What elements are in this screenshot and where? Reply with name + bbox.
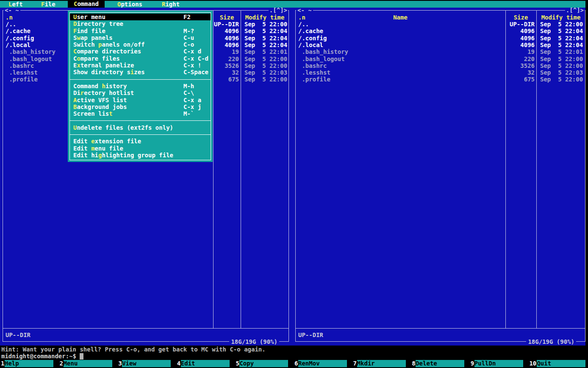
file-name: .profile — [298, 76, 330, 83]
menu-item[interactable]: Background jobsC-x j — [70, 103, 211, 110]
menu-item-text: xtension file — [95, 138, 141, 145]
file-size: 4096 — [488, 35, 535, 42]
fkey-5-button[interactable]: Copy — [239, 360, 288, 367]
column-header-size[interactable]: Size — [514, 14, 528, 21]
menu-item[interactable]: Switch panels on/offC-o — [70, 41, 211, 48]
menu-item-hotkey: h — [102, 83, 105, 89]
file-size: 675 — [488, 76, 535, 83]
menu-item-shortcut: M-` — [183, 110, 194, 117]
menu-item-file[interactable]: File — [41, 1, 55, 8]
fkey-6-number: 6 — [294, 360, 298, 367]
sort-indicator[interactable]: .n — [298, 14, 305, 21]
menu-item-hotkey: x — [77, 62, 80, 69]
file-name: /.cache — [6, 28, 31, 34]
menu-item-shortcut: F2 — [183, 14, 191, 20]
fkey-8-number: 8 — [412, 360, 415, 367]
file-size: UP--DIR — [488, 21, 535, 28]
menu-item-text: ser menu — [77, 14, 105, 20]
file-size: 32 — [488, 69, 535, 76]
panel-left-ministatus: UP--DIR — [6, 332, 31, 338]
menu-item[interactable]: Edit extension file — [70, 138, 211, 145]
panel-left-history-updir-buttons[interactable]: .[^]> — [269, 7, 288, 14]
menu-item-label: eft — [12, 1, 22, 8]
column-header-modify-time[interactable]: Modify time — [541, 14, 581, 21]
file-mtime: Sep 5 22:00 — [540, 62, 583, 69]
hint-line: Hint: Want your plain shell? Press C-o, … — [1, 346, 266, 353]
menu-item[interactable]: Swap panelsC-u — [70, 34, 211, 41]
menu-item[interactable]: External panelizeC-x ! — [70, 62, 211, 69]
menu-item-shortcut: C-x C-d — [183, 55, 208, 62]
menu-item-shortcut: C-Space — [183, 69, 208, 75]
panel-right-free-space: 18G/19G (90%) — [526, 338, 576, 345]
file-mtime: Sep 5 22:00 — [244, 76, 287, 83]
fkey-9-button[interactable]: PullDn — [474, 360, 523, 367]
menu-item[interactable]: Undelete files (ext2fs only) — [70, 124, 211, 131]
menu-item-shortcut: C-u — [183, 34, 194, 41]
panel-left-path-title[interactable]: <- ~ — [3, 7, 20, 14]
shell-prompt-line[interactable]: midnight@commander:~$ — [1, 353, 76, 360]
menu-item-text: ternal panelize — [80, 62, 134, 69]
menu-item-label: ommand — [77, 0, 99, 7]
fkey-2-button[interactable]: Menu — [64, 360, 112, 367]
fkey-9-number: 9 — [471, 360, 474, 367]
menu-item[interactable]: Compare directoriesC-x d — [70, 48, 211, 55]
fkey-1-number: 1 — [1, 360, 4, 367]
menu-item-left[interactable]: Left — [8, 1, 23, 8]
menu-item-label: ptions — [121, 1, 142, 8]
file-name: .bash_history — [6, 48, 55, 55]
file-size: 3526 — [488, 62, 535, 69]
fkey-7-button[interactable]: Mkdir — [357, 360, 406, 367]
menu-item-command[interactable]: Command — [68, 0, 105, 8]
menu-item-text: ectory hotlist — [84, 89, 134, 96]
menu-item[interactable]: Compare filesC-x C-d — [70, 55, 211, 62]
menu-item-right[interactable]: Right — [162, 1, 180, 8]
menu-bar: LeftFileCommandOptionsRight — [0, 1, 585, 8]
file-mtime: Sep 5 22:00 — [244, 56, 287, 62]
menu-item-text: Screen lis — [73, 110, 109, 117]
menu-item-label: ight — [165, 1, 180, 8]
menu-item-shortcut: C-x d — [183, 48, 201, 55]
menu-item[interactable]: Edit menu file — [70, 145, 211, 152]
file-mtime: Sep 5 22:03 — [244, 69, 287, 76]
file-name: /.. — [6, 21, 16, 28]
fkey-4-button[interactable]: Edit — [181, 360, 230, 367]
file-name: /.. — [298, 21, 309, 28]
file-mtime: Sep 5 22:00 — [244, 21, 287, 28]
column-header-name[interactable]: Name — [393, 14, 408, 21]
menu-item[interactable]: Command historyM-h — [70, 83, 211, 89]
column-header-size[interactable]: Size — [220, 14, 234, 21]
fkey-8-button[interactable]: Delete — [416, 360, 464, 367]
menu-item[interactable]: User menuF2 — [70, 14, 211, 20]
fkey-6-button[interactable]: RenMov — [298, 360, 347, 367]
menu-item[interactable]: Screen listM-` — [70, 110, 211, 117]
panel-left-ministatus-separator — [3, 328, 288, 329]
fkey-10-button[interactable]: Quit — [537, 360, 585, 367]
menu-item-text: zes — [134, 69, 144, 75]
file-size: 4096 — [488, 28, 535, 34]
file-mtime: Sep 5 22:00 — [540, 21, 583, 28]
menu-item-options[interactable]: Options — [117, 1, 142, 8]
fkey-1-button[interactable]: Help — [5, 360, 53, 367]
column-header-modify-time[interactable]: Modify time — [245, 14, 285, 21]
file-name: /.local — [298, 42, 323, 48]
sort-indicator[interactable]: .n — [6, 14, 13, 21]
menu-item-shortcut: C-\ — [183, 89, 194, 96]
menu-item-text: ap panels — [80, 34, 113, 41]
file-name: .lesshst — [298, 69, 330, 76]
menu-item-text: ackground jobs — [77, 103, 127, 110]
menu-item[interactable]: Edit highlighting group file — [70, 152, 211, 159]
file-size: 19 — [488, 48, 535, 55]
menu-item[interactable]: Active VFS listC-x a — [70, 97, 211, 103]
menu-item[interactable]: Find fileM-? — [70, 28, 211, 34]
menu-item[interactable]: Directory tree — [70, 20, 211, 27]
menu-item-text: irectory tree — [77, 20, 123, 27]
menu-item[interactable]: Directory hotlistC-\ — [70, 89, 211, 96]
panel-right-history-updir-buttons[interactable]: .[^]> — [565, 7, 585, 14]
menu-item[interactable]: Show directory sizesC-Space — [70, 69, 211, 75]
fkey-3-button[interactable]: View — [122, 360, 171, 367]
shell-prompt-text: midnight@commander:~$ — [1, 353, 76, 360]
menu-item-text: istory — [105, 83, 127, 89]
file-name: .bashrc — [6, 62, 34, 69]
menu-item-text: mpare files — [80, 55, 120, 62]
panel-right-path-title[interactable]: <- ~ — [296, 7, 313, 14]
